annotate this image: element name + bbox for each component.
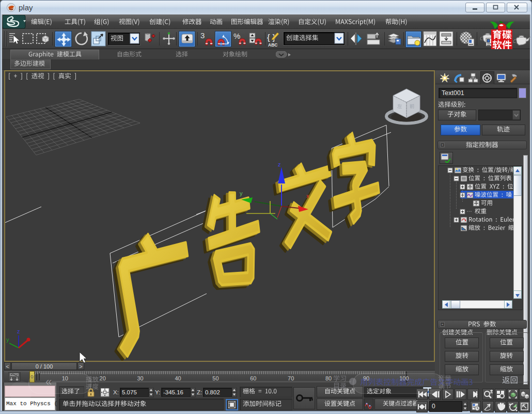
svg-text:%: % (233, 32, 240, 40)
svg-text:z: z (17, 328, 20, 334)
svg-text:y: y (6, 336, 9, 343)
svg-text:3: 3 (200, 31, 205, 40)
svg-text:z: z (278, 161, 281, 167)
svg-text:y: y (240, 190, 243, 196)
svg-text:ABC: ABC (268, 42, 277, 48)
svg-text:x: x (306, 193, 309, 199)
